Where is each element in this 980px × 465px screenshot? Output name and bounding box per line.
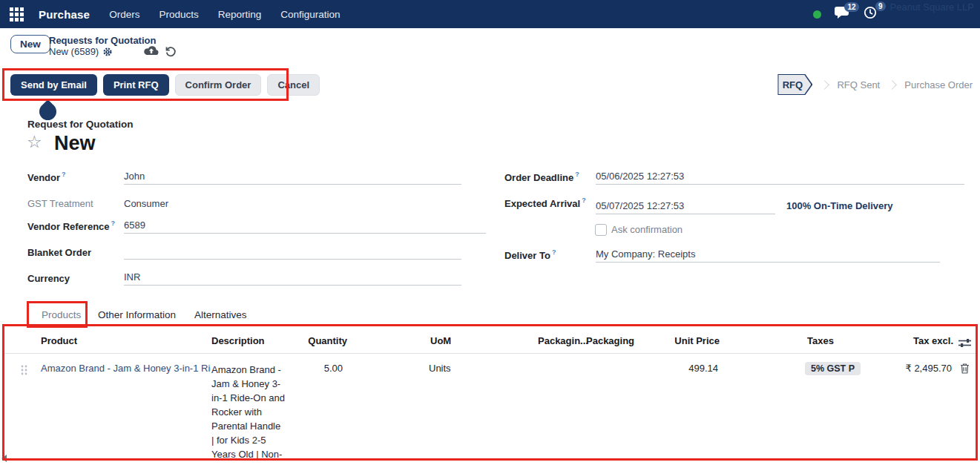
col-header-packaging-qty[interactable]: Packagin... <box>538 335 588 346</box>
status-step-rfq-sent[interactable]: RFQ Sent <box>837 79 880 90</box>
table-header-divider <box>4 353 976 354</box>
expected-arrival-field[interactable]: 05/07/2025 12:27:53 <box>596 199 775 214</box>
vendor-field[interactable]: John <box>124 169 461 185</box>
currency-label: Currency <box>27 271 124 285</box>
tab-products[interactable]: Products <box>42 309 81 320</box>
breadcrumb-parent[interactable]: Requests for Quotation <box>49 35 156 46</box>
row-drag-handle-icon[interactable] <box>21 365 27 378</box>
status-step-rfq[interactable]: RFQ <box>777 74 812 95</box>
blanket-order-label: Blanket Order <box>27 245 124 259</box>
col-header-uom[interactable]: UoM <box>430 335 451 346</box>
col-header-tax-excl[interactable]: Tax excl. <box>913 335 953 346</box>
ask-confirmation-checkbox[interactable] <box>595 224 607 236</box>
record-title: New <box>54 132 96 155</box>
gst-treatment-value: Consumer <box>124 197 461 210</box>
cancel-button[interactable]: Cancel <box>267 74 320 96</box>
clock-icon <box>864 6 877 19</box>
delete-row-trash-icon[interactable] <box>960 363 970 377</box>
deliver-to-label: Deliver To? <box>504 248 597 262</box>
activities-button[interactable]: 9 <box>864 6 877 22</box>
menu-orders[interactable]: Orders <box>109 9 139 20</box>
expected-arrival-label: Expected Arrival? <box>504 197 597 210</box>
help-icon: ? <box>552 248 556 256</box>
gst-treatment-label: GST Treatment <box>27 197 124 210</box>
breadcrumb: New (6589) <box>49 46 113 57</box>
cell-subtotal: ₹ 2,495.70 <box>906 363 953 374</box>
chevron-right-icon <box>820 80 830 90</box>
activities-count-badge: 9 <box>875 1 886 11</box>
col-header-unit-price[interactable]: Unit Price <box>674 335 720 346</box>
gear-icon[interactable] <box>102 47 113 57</box>
ask-confirmation-label[interactable]: Ask confirmation <box>611 224 683 235</box>
statusbar: RFQ RFQ Sent Purchase Order <box>777 74 973 95</box>
blanket-order-field[interactable] <box>124 244 461 260</box>
action-button-row: Send by Email Print RFQ Confirm Order Ca… <box>10 74 320 96</box>
help-icon: ? <box>111 220 116 227</box>
breadcrumb-current: New (6589) <box>49 46 99 57</box>
cell-uom[interactable]: Units <box>429 363 451 374</box>
tab-other-information[interactable]: Other Information <box>98 309 176 320</box>
online-status-dot <box>813 10 821 19</box>
vendor-reference-label: Vendor Reference? <box>27 220 131 233</box>
messages-count-badge: 12 <box>844 2 858 12</box>
new-record-button[interactable]: New <box>10 35 50 53</box>
optional-columns-icon[interactable] <box>958 337 971 351</box>
order-deadline-field[interactable]: 05/06/2025 12:27:53 <box>596 169 964 185</box>
help-icon: ? <box>62 171 66 178</box>
apps-grid-icon[interactable] <box>10 7 24 22</box>
document-type-label: Request for Quotation <box>27 119 134 130</box>
deliver-to-field[interactable]: My Company: Receipts <box>596 247 940 263</box>
menu-products[interactable]: Products <box>159 9 198 20</box>
cell-unit-price[interactable]: 499.14 <box>688 363 718 374</box>
cell-description[interactable]: Amazon Brand - Jam & Honey 3-in-1 Ride-O… <box>211 363 286 465</box>
col-header-packaging[interactable]: Packaging <box>586 335 634 346</box>
status-step-purchase-order[interactable]: Purchase Order <box>904 79 973 90</box>
menu-reporting[interactable]: Reporting <box>218 9 262 20</box>
col-header-taxes[interactable]: Taxes <box>807 335 834 346</box>
chevron-right-icon <box>887 80 897 90</box>
col-header-quantity[interactable]: Quantity <box>308 335 347 346</box>
vendor-label: Vendor? <box>27 171 124 184</box>
cell-taxes-tag[interactable]: 5% GST P <box>805 362 861 375</box>
top-navbar: Purchase Orders Products Reporting Confi… <box>0 0 980 28</box>
tab-alternatives[interactable]: Alternatives <box>194 309 247 320</box>
save-cloud-icon[interactable] <box>143 45 160 59</box>
messages-button[interactable]: 12 <box>835 7 850 22</box>
discard-undo-icon[interactable] <box>165 45 177 60</box>
purchase-rfq-screen: Purchase Orders Products Reporting Confi… <box>0 0 980 465</box>
send-by-email-button[interactable]: Send by Email <box>10 74 97 96</box>
print-rfq-button[interactable]: Print RFQ <box>103 74 169 96</box>
scroll-left-arrow[interactable] <box>1 455 7 462</box>
confirm-order-button[interactable]: Confirm Order <box>175 74 262 96</box>
status-step-rfq-label: RFQ <box>783 79 803 90</box>
col-header-description[interactable]: Description <box>211 335 265 346</box>
help-icon: ? <box>575 171 579 178</box>
help-icon: ? <box>582 197 586 204</box>
col-header-product[interactable]: Product <box>41 335 77 346</box>
order-deadline-label: Order Deadline? <box>504 171 597 184</box>
favorite-star-icon[interactable]: ☆ <box>27 133 42 151</box>
company-name[interactable]: Peanut Square LLP <box>890 1 974 13</box>
app-name[interactable]: Purchase <box>39 8 90 21</box>
cell-product[interactable]: Amazon Brand - Jam & Honey 3-in-1 Ride-O… <box>41 363 211 374</box>
currency-field[interactable]: INR <box>124 270 461 286</box>
on-time-delivery-stat: 100% On-Time Delivery <box>786 200 893 211</box>
cell-quantity[interactable]: 5.00 <box>324 363 343 374</box>
menu-configuration[interactable]: Configuration <box>280 9 340 20</box>
vendor-reference-field[interactable]: 6589 <box>124 218 486 234</box>
